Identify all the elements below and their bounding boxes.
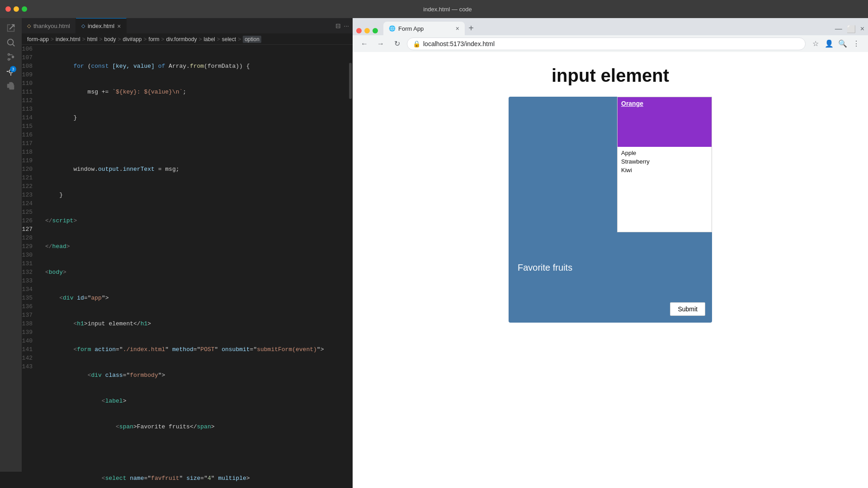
source-control-icon[interactable] [5, 51, 17, 63]
svg-point-0 [8, 39, 14, 45]
ln-126: 126 [22, 216, 38, 225]
breadcrumb-body[interactable]: body [104, 36, 116, 42]
option-orange-label: Orange [621, 100, 643, 107]
select-options-list: Apple Strawberry Kiwi [618, 147, 712, 176]
select-widget[interactable]: Orange Apple Strawberry Kiwi [617, 97, 712, 232]
traffic-lights [5, 6, 27, 12]
select-option-orange[interactable]: Orange [618, 97, 712, 147]
submit-button[interactable]: Submit [670, 302, 705, 316]
back-button[interactable]: ← [358, 38, 371, 50]
breadcrumb: form-app > index.html > html > body > di… [22, 34, 353, 45]
code-line-109 [43, 139, 348, 148]
option-apple[interactable]: Apple [621, 149, 708, 157]
ln-133: 133 [22, 277, 38, 285]
editor-content: ◇ thankyou.html ◇ index.html × ⊟ ··· for… [22, 18, 353, 488]
ln-135: 135 [22, 294, 38, 302]
breadcrumb-option[interactable]: option [243, 36, 261, 43]
scrollbar[interactable] [348, 45, 353, 488]
code-line-113: </head> [43, 242, 348, 251]
profile-icon[interactable]: 👤 [823, 38, 835, 50]
ln-129: 129 [22, 242, 38, 251]
ln-137: 137 [22, 311, 38, 319]
browser-maximize[interactable] [373, 28, 378, 33]
option-strawberry[interactable]: Strawberry [621, 157, 708, 166]
tab-close-index[interactable]: × [117, 23, 121, 30]
browser-window-minimize[interactable]: — [835, 25, 842, 33]
breadcrumb-label[interactable]: label [203, 36, 215, 42]
browser-toolbar-buttons: ☆ 👤 🔍 ⋮ [809, 38, 863, 50]
code-line-110: window.output.innerText = msg; [43, 165, 348, 174]
code-line-120: <span>Favorite fruits</span> [43, 422, 348, 431]
ln-132: 132 [22, 268, 38, 277]
breadcrumb-html[interactable]: html [87, 36, 98, 42]
ln-134: 134 [22, 285, 38, 294]
code-line-116: <h1>input element</h1> [43, 319, 348, 328]
explorer-icon[interactable] [5, 22, 17, 34]
page-title: input element [552, 66, 669, 86]
code-lines: for (const [key, value] of Array.from(fo… [43, 45, 348, 488]
minimize-button[interactable] [14, 6, 19, 12]
ln-109: 109 [22, 70, 38, 79]
browser-close[interactable] [356, 28, 362, 33]
ln-138: 138 [22, 319, 38, 328]
code-line-118: <div class="formbody"> [43, 371, 348, 380]
tab-label-thankyou: thankyou.html [33, 23, 70, 29]
reload-button[interactable]: ↻ [391, 38, 403, 50]
browser-window-restore[interactable]: ⬜ [847, 25, 856, 33]
ln-142: 142 [22, 354, 38, 362]
close-button[interactable] [5, 6, 11, 12]
split-editor-btn[interactable]: ⊟ [335, 22, 341, 29]
ln-139: 139 [22, 328, 38, 337]
ln-108: 108 [22, 62, 38, 70]
tab-thankyou[interactable]: ◇ thankyou.html [22, 18, 76, 34]
forward-button[interactable]: → [374, 38, 387, 50]
browser-tab-icon: 🌐 [389, 25, 396, 32]
breadcrumb-div-app[interactable]: div#app [123, 36, 142, 42]
ln-128: 128 [22, 234, 38, 242]
ln-123: 123 [22, 191, 38, 199]
code-line-106: for (const [key, value] of Array.from(fo… [43, 62, 348, 70]
tab-index[interactable]: ◇ index.html × [76, 18, 127, 34]
lock-icon: 🔒 [413, 40, 420, 47]
tab-icon-thankyou: ◇ [27, 23, 31, 29]
breadcrumb-index-html[interactable]: index.html [56, 36, 80, 42]
ln-111: 111 [22, 88, 38, 96]
ln-143: 143 [22, 362, 38, 371]
breadcrumb-select[interactable]: select [222, 36, 236, 42]
ln-131: 131 [22, 259, 38, 268]
debug-badge: 3 [10, 66, 16, 72]
ln-118: 118 [22, 148, 38, 156]
ln-115: 115 [22, 122, 38, 131]
breadcrumb-form[interactable]: form [149, 36, 160, 42]
editor-panel: 3 ◇ thankyou.html ◇ index.html × [0, 18, 353, 488]
more-icon[interactable]: ⋮ [850, 38, 863, 50]
breadcrumb-form-app[interactable]: form-app [27, 36, 49, 42]
browser-tab-close-icon[interactable]: × [456, 25, 459, 32]
browser-active-tab[interactable]: 🌐 Form App × [383, 22, 465, 35]
option-kiwi[interactable]: Kiwi [621, 166, 708, 174]
more-actions-btn[interactable]: ··· [344, 22, 349, 29]
browser-window-controls: — ⬜ × [835, 25, 864, 35]
form-label: Favorite fruits [518, 263, 572, 273]
ln-140: 140 [22, 337, 38, 345]
svg-line-1 [13, 44, 14, 46]
ln-125: 125 [22, 208, 38, 216]
browser-minimize[interactable] [364, 28, 370, 33]
browser-window-close[interactable]: × [860, 25, 864, 33]
maximize-button[interactable] [22, 6, 27, 12]
new-tab-button[interactable]: + [465, 22, 477, 34]
extensions-icon[interactable] [5, 80, 17, 92]
address-bar[interactable]: 🔒 localhost:5173/index.html [407, 38, 806, 50]
tab-icon-index: ◇ [81, 23, 85, 29]
tabs-bar: ◇ thankyou.html ◇ index.html × ⊟ ··· [22, 18, 353, 34]
search-icon[interactable] [5, 36, 17, 49]
scrollbar-thumb[interactable] [349, 63, 352, 99]
debug-icon[interactable]: 3 [5, 65, 17, 78]
ln-110: 110 [22, 79, 38, 88]
code-line-115: <div id="app"> [43, 294, 348, 302]
bookmark-icon[interactable]: ☆ [809, 38, 822, 50]
zoom-icon[interactable]: 🔍 [836, 38, 849, 50]
code-editor[interactable]: 106 107 108 109 110 111 112 113 114 115 … [22, 45, 353, 488]
breadcrumb-div-formbody[interactable]: div.formbody [166, 36, 197, 42]
code-line-117: <form action="./index.html" method="POST… [43, 345, 348, 354]
